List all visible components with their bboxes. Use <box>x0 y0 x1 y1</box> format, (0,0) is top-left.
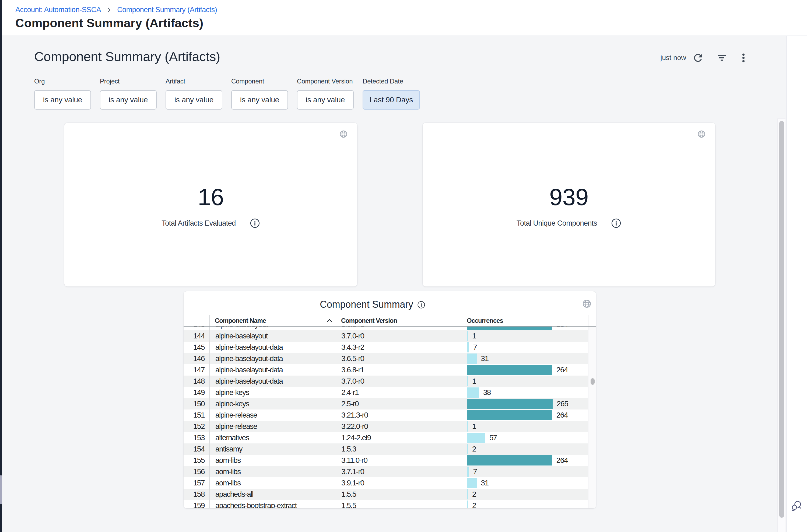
table-row[interactable]: 145 alpine-baselayout-data 3.4.3-r2 7 <box>184 342 588 353</box>
table-row[interactable]: 158 apacheds-all 1.5.5 2 <box>184 489 588 500</box>
component-name-cell: aom-libs <box>209 466 336 477</box>
occurrences-cell: 2 <box>462 500 588 508</box>
column-header-component-version[interactable]: Component Version <box>336 315 462 326</box>
row-number-cell: 146 <box>184 353 209 364</box>
filter-label: Detected Date <box>363 78 420 85</box>
row-number-cell: 147 <box>184 364 209 376</box>
table-row[interactable]: 157 aom-libs 3.9.1-r0 31 <box>184 477 588 489</box>
occurrence-value: 1 <box>472 376 476 387</box>
component-version-cell: 3.4.3-r2 <box>336 342 462 353</box>
occurrence-value: 2 <box>472 500 476 508</box>
filter-value-chip[interactable]: is any value <box>166 90 222 110</box>
filter-value-chip[interactable]: is any value <box>231 90 288 110</box>
table-row[interactable]: 148 alpine-baselayout-data 3.7.0-r0 1 <box>184 376 588 387</box>
occurrence-bar <box>467 365 552 375</box>
column-header-row-number <box>184 315 209 326</box>
breadcrumb-dashboard-link[interactable]: Component Summary (Artifacts) <box>117 6 217 14</box>
occurrence-bar <box>467 489 468 499</box>
info-icon[interactable] <box>250 218 260 228</box>
row-number-cell: 143 <box>184 327 209 330</box>
table-row[interactable]: 154 antisamy 1.5.3 2 <box>184 443 588 455</box>
occurrences-cell: 57 <box>462 432 588 443</box>
occurrences-cell: 7 <box>462 342 588 353</box>
filter-artifact: Artifact is any value <box>166 78 222 110</box>
tile-total-artifacts-evaluated: 16 Total Artifacts Evaluated <box>64 123 357 286</box>
filter-value-chip[interactable]: is any value <box>297 90 354 110</box>
filter-org: Org is any value <box>34 78 91 110</box>
table-row[interactable]: 159 apacheds-bootstrap-extract 1.5.5 2 <box>184 500 588 508</box>
component-name-cell: alpine-baselayout-data <box>209 364 336 376</box>
table-row[interactable]: 153 alternatives 1.24-2.el9 57 <box>184 432 588 443</box>
kpi-label: Total Artifacts Evaluated <box>161 219 236 228</box>
column-header-component-name[interactable]: Component Name <box>209 315 336 326</box>
column-header-occurrences[interactable]: Occurrences <box>462 315 588 326</box>
filter-value-chip[interactable]: is any value <box>100 90 157 110</box>
chat-bubble-icon[interactable] <box>791 500 802 512</box>
globe-icon[interactable] <box>582 299 592 308</box>
occurrence-value: 264 <box>556 410 568 421</box>
page-title: Component Summary (Artifacts) <box>15 16 203 30</box>
table-scrollbar-track[interactable] <box>588 327 596 508</box>
filter-value-chip[interactable]: Last 90 Days <box>363 90 420 110</box>
filter-label: Project <box>100 78 157 85</box>
occurrences-cell: 1 <box>462 376 588 387</box>
column-label-occurrences: Occurrences <box>467 317 503 324</box>
column-label-component-name: Component Name <box>215 317 266 324</box>
component-name-cell: antisamy <box>209 443 336 455</box>
component-version-cell: 3.7.1-r0 <box>336 466 462 477</box>
component-name-cell: apacheds-bootstrap-extract <box>209 500 336 508</box>
app-header: Account: Automation-SSCA Component Summa… <box>2 0 807 36</box>
dashboard-filter-icon[interactable] <box>716 52 728 64</box>
filter-label: Org <box>34 78 91 85</box>
component-version-cell: 3.7.0-r0 <box>336 376 462 387</box>
table-row[interactable]: 156 aom-libs 3.7.1-r0 7 <box>184 466 588 477</box>
occurrence-value: 38 <box>483 387 491 398</box>
occurrence-value: 265 <box>557 398 568 410</box>
occurrences-cell: 31 <box>462 477 588 489</box>
table-row[interactable]: 146 alpine-baselayout-data 3.6.5-r0 31 <box>184 353 588 364</box>
occurrence-bar <box>467 433 485 443</box>
info-icon[interactable] <box>611 218 621 228</box>
table-scrollbar-thumb[interactable] <box>591 378 595 385</box>
component-name-cell: aom-libs <box>209 477 336 489</box>
page-scrollbar-thumb[interactable] <box>779 121 784 518</box>
table-row[interactable]: 151 alpine-release 3.21.3-r0 264 <box>184 410 588 421</box>
breadcrumb: Account: Automation-SSCA Component Summa… <box>15 6 217 14</box>
component-version-cell: 2.4-r1 <box>336 387 462 398</box>
occurrence-bar <box>467 376 468 386</box>
occurrences-cell: 31 <box>462 353 588 364</box>
sidebar-scrollbar-thumb[interactable] <box>0 475 2 504</box>
table-row[interactable]: 149 alpine-keys 2.4-r1 38 <box>184 387 588 398</box>
filter-component: Component is any value <box>231 78 288 110</box>
table-title: Component Summary <box>320 299 413 310</box>
row-number-cell: 152 <box>184 421 209 432</box>
table-title-group: Component Summary <box>320 299 425 310</box>
component-name-cell: alpine-baselayout <box>209 327 336 330</box>
occurrences-cell: 264 <box>462 327 588 330</box>
occurrence-bar <box>467 327 552 330</box>
page-scrollbar-track[interactable] <box>777 118 786 532</box>
table-row[interactable]: 152 alpine-release 3.22.0-r0 1 <box>184 421 588 432</box>
dashboard-title: Component Summary (Artifacts) <box>34 49 220 64</box>
row-number-cell: 157 <box>184 477 209 489</box>
table-row[interactable]: 147 alpine-baselayout-data 3.6.8-r1 264 <box>184 364 588 376</box>
table-row[interactable]: 143 alpine-baselayout 3.6.8-r1 264 <box>184 327 588 330</box>
component-version-cell: 1.24-2.el9 <box>336 432 462 443</box>
filter-value-chip[interactable]: is any value <box>34 90 91 110</box>
row-number-cell: 149 <box>184 387 209 398</box>
table-row[interactable]: 144 alpine-baselayout 3.7.0-r0 1 <box>184 330 588 342</box>
occurrence-bar <box>467 500 468 508</box>
kpi-label-row: Total Unique Components <box>517 218 621 228</box>
info-icon[interactable] <box>417 301 425 309</box>
table-row[interactable]: 150 alpine-keys 2.5-r0 265 <box>184 398 588 410</box>
breadcrumb-account-link[interactable]: Account: Automation-SSCA <box>15 6 101 14</box>
refresh-icon[interactable] <box>692 52 704 64</box>
table-row[interactable]: 155 aom-libs 3.11.0-r0 264 <box>184 455 588 466</box>
component-name-cell: alpine-baselayout-data <box>209 353 336 364</box>
dashboard-actions-kebab-icon[interactable] <box>737 52 749 64</box>
filter-bar: Org is any value Project is any value Ar… <box>34 78 420 110</box>
column-header-end-spacer <box>588 315 596 326</box>
table-rows: 143 alpine-baselayout 3.6.8-r1 264 144 a… <box>184 327 588 508</box>
filter-component-version: Component Version is any value <box>297 78 354 110</box>
kpi-content: 16 Total Artifacts Evaluated <box>64 123 357 286</box>
